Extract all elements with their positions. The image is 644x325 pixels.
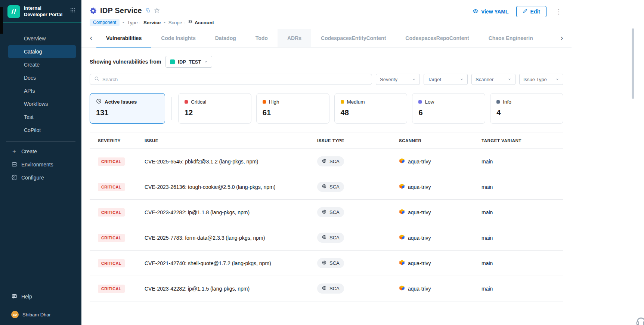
severity-summary: Active Issues 131 Critical 12 High 61 [90, 93, 563, 124]
sca-icon [322, 209, 327, 215]
kind-badge: Component [90, 19, 120, 26]
issue-type-pill: SCA [317, 283, 344, 294]
sidebar-item-label: Configure [21, 175, 44, 181]
scanner-filter[interactable]: Scanner [471, 74, 515, 85]
sidebar-item-test[interactable]: Test [8, 111, 76, 123]
trivy-cube-icon [399, 285, 405, 292]
search-input-wrap [90, 74, 372, 85]
tab-chaos-engineering[interactable]: Chaos Engineerin [479, 29, 543, 47]
issue-type-filter[interactable]: Issue Type [519, 74, 563, 85]
sidebar-item-create[interactable]: Create [8, 58, 76, 71]
scanner-cell: aqua-trivy [399, 158, 482, 165]
trivy-cube-icon [399, 209, 405, 216]
table-row[interactable]: CRITICAL CVE-2023-42282: ip@1.1.5 (lang-… [90, 276, 563, 301]
scanner-cell: aqua-trivy [399, 209, 482, 216]
table-row[interactable]: CRITICAL CVE-2025-6545: pbkdf2@3.1.2 (la… [90, 149, 563, 174]
issue-title: CVE-2023-26136: tough-cookie@2.5.0 (lang… [145, 184, 275, 190]
scope-label: Scope : [168, 20, 185, 25]
table-row[interactable]: CRITICAL CVE-2021-42740: shell-quote@1.7… [90, 251, 563, 276]
sidebar-item-docs[interactable]: Docs [8, 71, 76, 84]
sidebar-spacer [0, 184, 81, 290]
sca-icon [322, 285, 327, 292]
dot-separator: • [164, 20, 165, 25]
more-options-icon[interactable]: ⋮ [554, 8, 563, 16]
sidebar-item-label: Create [21, 148, 37, 154]
page-title: IDP Service [100, 6, 142, 15]
severity-badge: CRITICAL [98, 285, 125, 293]
sca-icon [322, 184, 327, 190]
help-icon [11, 294, 17, 299]
search-icon [94, 76, 99, 83]
dot-separator: • [123, 20, 124, 25]
tabs-scroll-right-icon[interactable]: › [557, 29, 567, 47]
tab-codespaces-repo-content[interactable]: CodespacesRepoContent [396, 29, 479, 47]
tab-vulnerabilities[interactable]: Vulnerabilities [96, 29, 151, 47]
sidebar-secondary-nav: + Create Environments Configure [0, 145, 81, 184]
tabs-scroll-left-icon[interactable]: ‹ [86, 29, 96, 47]
type-label: Type : [127, 20, 140, 25]
col-severity: SEVERITY [90, 132, 145, 149]
portal-logo-icon [7, 5, 20, 18]
sidebar-item-catalog[interactable]: Catalog [8, 45, 76, 58]
project-icon [170, 59, 175, 64]
active-issues-card[interactable]: Active Issues 131 [90, 93, 165, 124]
copy-icon[interactable] [145, 8, 151, 13]
sidebar-item-apis[interactable]: APIs [8, 85, 76, 97]
tab-codespaces-entity-content[interactable]: CodespacesEntityContent [311, 29, 396, 47]
severity-filter[interactable]: Severity [376, 74, 420, 85]
tab-bar: ‹ Vulnerabilities Code Insights Datadog … [81, 29, 572, 47]
search-input[interactable] [102, 77, 368, 82]
tab-adrs[interactable]: ADRs [278, 29, 311, 47]
user-menu[interactable]: SD Shibam Dhar [0, 311, 81, 325]
entity-header: IDP Service Component • Type : Service [81, 0, 572, 27]
eye-icon [473, 8, 479, 15]
sidebar-item-configure[interactable]: Configure [0, 171, 81, 184]
tab-todo[interactable]: Todo [246, 29, 278, 47]
app-grid-icon[interactable] [70, 7, 75, 15]
medium-card[interactable]: Medium 48 [334, 93, 408, 124]
support-headset-icon[interactable] [635, 316, 644, 325]
critical-card[interactable]: Critical 12 [178, 93, 251, 124]
sidebar-item-workflows[interactable]: Workflows [8, 98, 76, 110]
help-button[interactable]: Help [0, 290, 81, 303]
table-row[interactable]: CRITICAL CVE-2023-42282: ip@1.1.8 (lang-… [90, 200, 563, 225]
issue-title: CVE-2025-7783: form-data@2.3.3 (lang-pkg… [145, 235, 265, 241]
sidebar-item-overview[interactable]: Overview [8, 32, 76, 45]
target-variant: main [482, 286, 493, 292]
sidebar-item-copilot[interactable]: CoPilot [8, 124, 76, 137]
sidebar-divider [6, 27, 75, 27]
medium-count: 48 [341, 108, 401, 117]
target-variant: main [482, 235, 493, 241]
trivy-cube-icon [399, 234, 405, 241]
sidebar-divider [6, 141, 75, 142]
trivy-cube-icon [399, 158, 405, 165]
tab-datadog[interactable]: Datadog [205, 29, 246, 47]
star-icon[interactable] [154, 7, 160, 13]
table-row[interactable]: CRITICAL CVE-2025-7783: form-data@2.3.3 … [90, 225, 563, 251]
sidebar-item-create-action[interactable]: + Create [0, 145, 81, 158]
sidebar-item-environments[interactable]: Environments [0, 158, 81, 171]
info-count: 4 [496, 108, 557, 117]
component-gear-icon [90, 7, 97, 14]
high-card[interactable]: High 61 [256, 93, 329, 124]
header-actions: View YAML Edit ⋮ [473, 6, 563, 17]
target-variant: main [482, 260, 493, 266]
edit-button[interactable]: Edit [516, 6, 547, 17]
view-yaml-button[interactable]: View YAML [473, 8, 509, 15]
pencil-icon [523, 9, 527, 15]
info-card[interactable]: Info 4 [490, 93, 563, 124]
target-variant: main [482, 209, 493, 215]
low-card[interactable]: Low 6 [412, 93, 485, 124]
vertical-scrollbar[interactable] [632, 28, 634, 99]
info-dot-icon [496, 100, 500, 104]
clock-icon [96, 98, 102, 105]
tab-code-insights[interactable]: Code Insights [151, 29, 205, 47]
project-select[interactable]: IDP_TEST [165, 56, 212, 68]
sidebar-accent-line [0, 22, 81, 22]
avatar: SD [11, 311, 19, 318]
low-dot-icon [418, 100, 422, 104]
target-filter[interactable]: Target [424, 74, 468, 85]
issue-type-pill: SCA [317, 258, 344, 268]
issue-type-pill: SCA [317, 207, 344, 217]
table-row[interactable]: CRITICAL CVE-2023-26136: tough-cookie@2.… [90, 174, 563, 200]
